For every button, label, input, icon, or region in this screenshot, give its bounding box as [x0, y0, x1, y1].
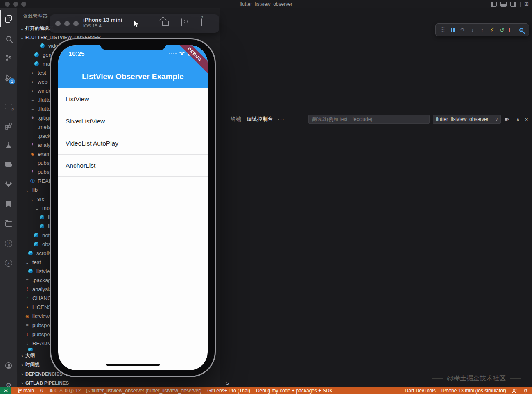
debug-console-panel: 终端 调试控制台 ··· flutter_listview_observer ∨…: [220, 113, 532, 387]
accounts-icon[interactable]: [0, 357, 17, 374]
more-tabs-icon[interactable]: ···: [278, 113, 285, 125]
open-devtools-icon[interactable]: ‹: [517, 28, 525, 32]
sync-changes-icon[interactable]: ↻: [40, 388, 43, 394]
tab-debug-console[interactable]: 调试控制台: [247, 113, 273, 125]
search-icon[interactable]: [0, 30, 17, 47]
phone-menu-item[interactable]: VideoList AutoPlay: [58, 132, 208, 155]
problems-item[interactable]: ⊗0 ⚠0 ⓘ12: [49, 388, 81, 394]
dart-file-icon: [40, 224, 44, 228]
diamond-icon: ◆: [29, 116, 36, 120]
clear-console-icon[interactable]: ≡✕: [505, 113, 509, 125]
simulator-traffic-lights[interactable]: [55, 21, 79, 26]
git-graph-icon[interactable]: ⑂: [0, 235, 17, 252]
mouse-cursor: [133, 20, 141, 29]
maximize-panel-icon[interactable]: ∧: [516, 113, 520, 125]
excl-icon: !: [29, 169, 36, 174]
sidebar-title: 资源管理器: [23, 13, 48, 20]
thunder-client-icon[interactable]: ⚡: [0, 255, 17, 272]
zoom-simulator-icon[interactable]: [73, 21, 79, 26]
stop-icon[interactable]: [507, 28, 516, 32]
window-title: flutter_listview_observer: [0, 1, 532, 7]
remote-explorer-icon[interactable]: [0, 98, 17, 115]
titlebar-separator: [520, 2, 521, 7]
dart-file-icon: [28, 251, 33, 255]
extensions-icon[interactable]: [0, 117, 17, 134]
simulator-device-name: iPhone 13 mini: [83, 17, 122, 23]
flutter-appbar: 10:25 ListView Observer Example: [58, 45, 208, 88]
console-filter-input[interactable]: [308, 115, 430, 124]
chevdown-icon: ⌄: [34, 205, 40, 211]
excl-icon: !: [29, 142, 36, 147]
chevron-down-icon: ⌄: [19, 34, 25, 40]
remote-indicator[interactable]: ><: [0, 387, 11, 394]
info-icon: ⓘ: [29, 178, 36, 184]
debug-session-dropdown[interactable]: flutter_listview_observer ∨: [433, 115, 501, 124]
drag-handle-icon[interactable]: ⠿: [439, 27, 447, 33]
notifications-bell-icon[interactable]: [523, 388, 528, 394]
chevdown-icon: ⌄: [24, 187, 30, 193]
phone-menu-list: ListViewSliverListViewVideoList AutoPlay…: [58, 88, 208, 177]
debug-profile-item[interactable]: Debug my code + packages + SDK: [256, 388, 333, 394]
vscode-window: flutter_listview_observer ⊞ 1 ⑂ ⚡: [0, 0, 532, 394]
seq-icon: ≡: [29, 97, 36, 102]
restart-icon[interactable]: ↺: [498, 27, 506, 33]
source-control-icon[interactable]: [0, 50, 17, 67]
project-manager-icon[interactable]: [0, 215, 17, 232]
gitlab-icon[interactable]: [0, 175, 17, 193]
sidebar-section-4[interactable]: ›GITLAB PIPELINES: [17, 378, 220, 387]
console-input-prompt[interactable]: >: [226, 380, 229, 387]
chevron-down-icon: ∨: [495, 117, 498, 122]
bookmarks-icon[interactable]: [0, 196, 17, 213]
phone-menu-item[interactable]: AnchorList: [58, 155, 208, 177]
dart-file-icon: [34, 233, 38, 237]
dart-file-icon: [40, 215, 44, 219]
cellular-signal-icon: [169, 53, 177, 54]
simulator-device-info: iPhone 13 mini iOS 15.4: [83, 17, 122, 28]
debug-play-icon: ▷: [86, 388, 90, 394]
toggle-sidebar-icon[interactable]: [491, 2, 497, 7]
minimize-simulator-icon[interactable]: [64, 21, 70, 26]
branch-icon: [18, 388, 22, 393]
dart-devtools-item[interactable]: Dart DevTools: [405, 388, 436, 394]
chev-icon: ›: [29, 79, 36, 85]
step-into-icon[interactable]: ↓: [469, 27, 477, 33]
git-branch-item[interactable]: main: [18, 388, 34, 394]
customize-layout-icon[interactable]: ⊞: [524, 2, 529, 7]
rotate-device-icon[interactable]: [201, 19, 202, 26]
docker-icon[interactable]: [0, 156, 17, 173]
phone-menu-item[interactable]: ListView: [58, 88, 208, 110]
phone-menu-item[interactable]: SliverListView: [58, 110, 208, 132]
step-over-icon[interactable]: ↷: [459, 27, 467, 33]
hot-reload-icon[interactable]: ⚡: [488, 27, 496, 33]
toggle-secondary-sidebar-icon[interactable]: [510, 2, 516, 7]
phone-notch: [100, 39, 166, 50]
tab-terminal[interactable]: 终端: [231, 113, 241, 125]
phone-screen: 10:25 ListView Observer Example DEBUG Li…: [58, 45, 208, 370]
close-simulator-icon[interactable]: [55, 21, 61, 26]
step-out-icon[interactable]: ↑: [478, 27, 487, 33]
rss-icon: ◉: [24, 314, 30, 319]
rss-icon: ◉: [29, 152, 36, 156]
screenshot-camera-icon[interactable]: [181, 19, 182, 26]
simulator-os-version: iOS 15.4: [83, 23, 122, 28]
close-panel-icon[interactable]: ×: [525, 113, 528, 125]
run-debug-icon[interactable]: 1: [0, 69, 17, 87]
dart-file-icon: [40, 43, 45, 48]
debug-target-item[interactable]: ▷ flutter_listview_observer (flutter_lis…: [86, 388, 201, 394]
app-title: ListView Observer Example: [58, 72, 208, 81]
chevron-right-icon: ›: [19, 371, 25, 376]
chevdown-icon: ⌄: [24, 259, 30, 265]
explorer-icon[interactable]: [0, 10, 17, 27]
panel-header: 终端 调试控制台 ··· flutter_listview_observer ∨…: [220, 113, 532, 125]
toggle-panel-icon[interactable]: [500, 2, 507, 7]
feedback-icon[interactable]: [512, 388, 517, 393]
chevron-right-icon: ›: [19, 380, 25, 385]
home-indicator[interactable]: [106, 364, 160, 366]
seq-icon: ≡: [29, 160, 36, 165]
gitlens-item[interactable]: GitLens+ Pro (Trial): [207, 388, 250, 394]
device-selector-item[interactable]: iPhone 13 mini (ios simulator): [441, 388, 506, 394]
pause-icon[interactable]: [449, 28, 457, 32]
excl-icon: !: [24, 332, 30, 337]
test-explorer-icon[interactable]: [0, 137, 17, 154]
excl-icon: !: [24, 287, 30, 292]
